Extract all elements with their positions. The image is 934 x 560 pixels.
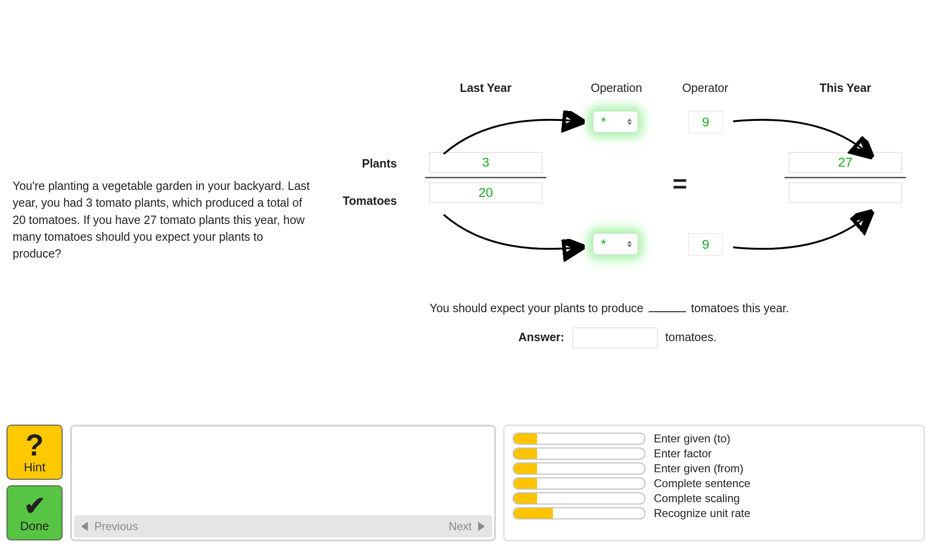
operation-value: * (601, 114, 627, 129)
answer-row: Answer: tomatoes. (518, 328, 716, 348)
sentence-pre: You should expect your plants to produce (430, 301, 644, 315)
header-last-year: Last Year (425, 81, 546, 95)
factor-input-top[interactable]: 9 (688, 111, 723, 133)
answer-input[interactable] (573, 328, 658, 348)
operation-select-bottom[interactable]: * (593, 233, 638, 255)
arrow-top-left (439, 107, 584, 159)
problem-text: You're planting a vegetable garden in yo… (13, 177, 311, 262)
previous-button[interactable]: Previous (81, 520, 138, 533)
skill-row: Enter given (to) (513, 432, 915, 445)
skill-label: Complete scaling (654, 492, 740, 505)
header-operation: Operation (579, 81, 654, 95)
skill-bar (513, 492, 645, 504)
skill-fill (514, 508, 553, 518)
sentence-post: tomatoes this year. (691, 301, 789, 315)
skill-row: Enter factor (513, 447, 915, 460)
skill-label: Recognize unit rate (654, 507, 750, 520)
hint-label: Hint (24, 460, 45, 475)
skill-row: Complete scaling (513, 492, 915, 505)
done-label: Done (20, 519, 49, 533)
fraction-this-year: 27 (785, 152, 906, 203)
header-this-year: This Year (785, 81, 906, 95)
last-year-tomatoes-input[interactable]: 20 (429, 182, 542, 203)
fraction-rule (785, 177, 906, 178)
stepper-icon (627, 119, 632, 125)
skill-bar (513, 477, 645, 490)
row-label-tomatoes: Tomatoes (304, 194, 397, 208)
stepper-icon (627, 241, 632, 247)
operation-select-top[interactable]: * (593, 111, 638, 133)
hint-button[interactable]: ? Hint (7, 425, 63, 480)
arrow-bottom-right (729, 210, 873, 261)
arrow-bottom-left (439, 210, 584, 261)
hint-nav-bar: Previous Next (74, 515, 492, 538)
skill-bar (513, 507, 645, 519)
answer-label: Answer: (518, 330, 565, 343)
this-year-tomatoes-input[interactable] (789, 182, 902, 203)
next-button[interactable]: Next (449, 520, 485, 533)
next-label: Next (449, 520, 472, 533)
check-icon: ✔ (24, 493, 46, 519)
skill-bar (513, 462, 645, 475)
skill-label: Enter factor (654, 447, 712, 460)
skill-row: Complete sentence (513, 477, 915, 490)
operation-value: * (601, 237, 627, 252)
fraction-last-year: 3 20 (425, 152, 546, 203)
header-operator: Operator (672, 81, 738, 95)
skill-label: Complete sentence (654, 477, 750, 490)
hint-panel: Previous Next (70, 425, 496, 541)
chevron-right-icon (478, 522, 485, 531)
skill-fill (514, 463, 537, 474)
factor-input-bottom[interactable]: 9 (688, 233, 723, 256)
chevron-left-icon (81, 522, 88, 531)
row-label-plants: Plants (304, 157, 397, 170)
skill-bar (513, 433, 645, 445)
skill-label: Enter given (to) (654, 432, 730, 445)
skill-fill (514, 493, 537, 504)
question-icon: ? (25, 430, 43, 460)
completion-sentence: You should expect your plants to produce… (430, 300, 789, 315)
skill-label: Enter given (from) (654, 462, 743, 475)
skill-fill (514, 448, 537, 459)
previous-label: Previous (94, 520, 138, 533)
skill-row: Enter given (from) (513, 462, 915, 475)
skill-row: Recognize unit rate (513, 507, 915, 520)
skill-bar (513, 448, 645, 460)
done-button[interactable]: ✔ Done (7, 485, 63, 540)
equals-sign: = (672, 169, 687, 198)
skills-panel: Enter given (to)Enter factorEnter given … (503, 425, 925, 541)
skill-fill (514, 478, 537, 489)
fraction-rule (425, 177, 546, 178)
arrow-top-right (729, 107, 873, 159)
answer-unit: tomatoes. (665, 330, 717, 343)
skill-fill (514, 434, 537, 444)
sentence-blank (649, 300, 686, 312)
